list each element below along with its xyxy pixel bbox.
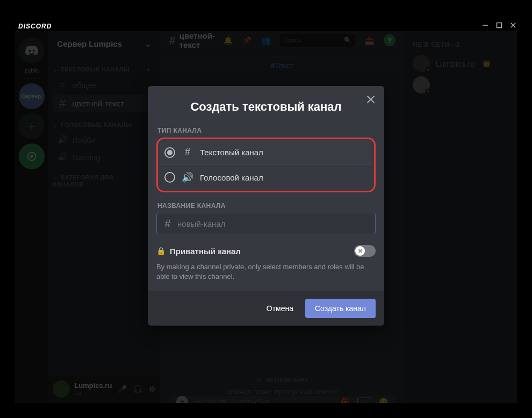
private-toggle[interactable]: ✕ (354, 245, 376, 257)
name-section-label: НАЗВАНИЕ КАНАЛА (157, 202, 376, 210)
close-icon[interactable] (365, 93, 377, 107)
cancel-button[interactable]: Отмена (259, 299, 301, 318)
private-description: By making a channel private, only select… (156, 262, 376, 282)
private-label: Приватный канал (170, 247, 241, 256)
hash-icon: # (162, 218, 173, 229)
type-section-label: ТИП КАНАЛА (157, 127, 376, 134)
type-text-label: Текстовый канал (200, 148, 263, 157)
channel-name-input[interactable]: # новый-канал (156, 213, 376, 234)
window-maximize-button[interactable] (495, 21, 503, 29)
type-voice-label: Голосовой канал (200, 173, 263, 182)
lock-icon: 🔒 (156, 247, 166, 255)
window-close-button[interactable] (509, 21, 517, 29)
toggle-knob: ✕ (355, 246, 365, 256)
create-channel-button[interactable]: Создать канал (305, 299, 376, 318)
wordmark: DISCORD (18, 23, 52, 30)
create-channel-modal: Создать текстовый канал ТИП КАНАЛА # Тек… (148, 86, 384, 326)
type-option-text[interactable]: # Текстовый канал (159, 140, 373, 164)
hash-icon: # (182, 147, 193, 158)
type-option-voice[interactable]: 🔊 Голосовой канал (159, 164, 373, 190)
speaker-icon: 🔊 (182, 171, 193, 183)
window-minimize-button[interactable] (481, 21, 489, 29)
modal-title: Создать текстовый канал (148, 86, 384, 119)
svg-rect-1 (497, 23, 502, 28)
radio-selected (164, 147, 175, 158)
channel-type-group: # Текстовый канал 🔊 Голосовой канал (156, 138, 376, 192)
channel-name-placeholder: новый-канал (177, 219, 225, 228)
radio-unselected (164, 172, 175, 183)
